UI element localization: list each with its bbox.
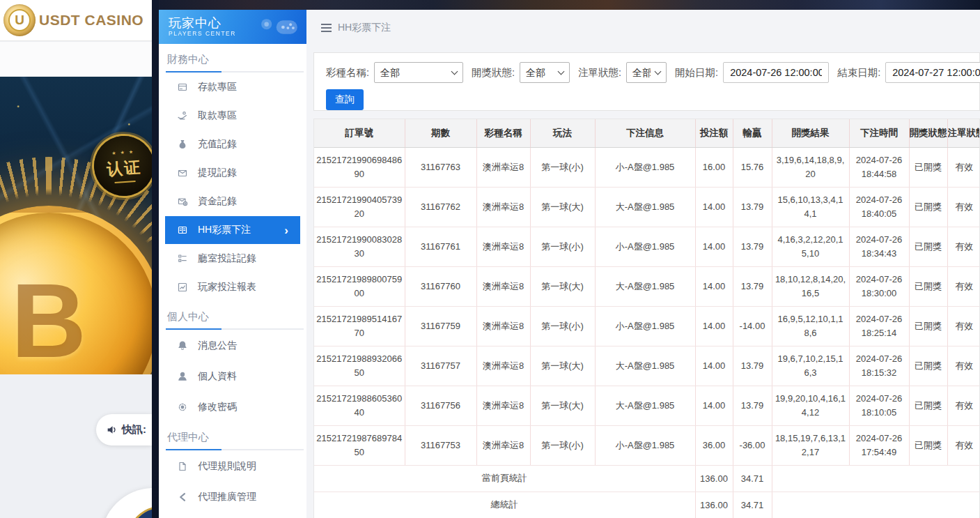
sidebar-item-取款專區[interactable]: 取款專區	[159, 102, 306, 130]
gear-icon	[177, 402, 188, 413]
left-gap-strip	[152, 0, 159, 518]
cell-下注時間: 2024-07-26 18:25:14	[849, 306, 909, 346]
table-body: 215217219906984869031167763澳洲幸运8第一球(小)小-…	[314, 147, 980, 465]
column-header-下注信息: 下注信息	[595, 119, 695, 147]
top-banner	[152, 0, 980, 10]
lottery-name-select[interactable]: 全部	[374, 62, 463, 83]
table-row: 215217219904057392031167762澳洲幸运8第一球(大)大-…	[314, 187, 980, 227]
cell-輸贏: 15.76	[733, 147, 772, 187]
summary-bet-total: 136.00	[695, 465, 733, 492]
table-row: 215217219876897845031167753澳洲幸运8第一球(小)小-…	[314, 425, 980, 465]
cell-開獎結果: 16,9,5,12,10,1,18,6	[772, 306, 849, 346]
cell-注單狀態: 有效	[947, 227, 980, 266]
table-row: 215217219898007590031167760澳洲幸运8第一球(大)大-…	[314, 266, 980, 306]
draw-status-label: 開獎狀態:	[472, 66, 515, 79]
cell-下注時間: 2024-07-26 18:40:05	[849, 187, 909, 227]
start-date-input[interactable]	[723, 62, 829, 83]
section-divider	[166, 328, 304, 330]
sidebar-item-廳室投註記錄[interactable]: 廳室投註記錄	[159, 245, 306, 273]
column-header-注單狀態: 注單狀態	[947, 119, 980, 147]
sidebar-item-修改密碼[interactable]: 修改密碼	[159, 392, 306, 422]
cell-期數: 31167762	[405, 187, 476, 227]
menu-toggle-icon[interactable]	[321, 24, 332, 32]
cell-下注信息: 小-A盤@1.985	[595, 147, 695, 187]
cell-彩種名稱: 澳洲幸运8	[476, 425, 530, 465]
report-icon	[177, 282, 188, 293]
cell-投注額: 14.00	[695, 187, 733, 227]
cell-投注額: 14.00	[695, 227, 733, 266]
sidebar-item-消息公告[interactable]: 消息公告	[159, 330, 306, 360]
cell-開獎結果: 19,6,7,10,2,15,16,3	[772, 346, 849, 386]
bets-table: 訂單號期數彩種名稱玩法下注信息投注額輸贏開獎結果下注時間開獎狀態注單狀態 215…	[314, 119, 980, 518]
end-date-input[interactable]	[885, 62, 980, 83]
cell-玩法: 第一球(小)	[530, 227, 595, 266]
cell-玩法: 第一球(大)	[530, 187, 595, 227]
sidebar-item-label: 資金記錄	[198, 195, 237, 208]
summary-label: 總統計	[314, 492, 695, 518]
cell-玩法: 第一球(大)	[530, 386, 595, 425]
cell-投注額: 36.00	[695, 425, 733, 465]
cell-開獎狀態: 已開獎	[909, 306, 947, 346]
cell-下注信息: 小-A盤@1.985	[595, 425, 695, 465]
column-header-下注時間: 下注時間	[849, 119, 909, 147]
cell-開獎結果: 18,10,12,8,14,20,16,5	[772, 266, 849, 306]
cell-投注額: 14.00	[695, 306, 733, 346]
sidebar-item-label: 個人資料	[198, 370, 237, 383]
cell-期數: 31167757	[405, 346, 476, 386]
cell-玩法: 第一球(小)	[530, 147, 595, 187]
sidebar-item-label: 提現記錄	[198, 167, 237, 179]
bets-table-card: 訂單號期數彩種名稱玩法下注信息投注額輸贏開獎結果下注時間開獎狀態注單狀態 215…	[313, 119, 980, 518]
sidebar-item-代理規則說明[interactable]: 代理規則說明	[159, 451, 306, 481]
table-row: 215217219889320665031167757澳洲幸运8第一球(大)大-…	[314, 346, 980, 386]
badge-underline	[115, 180, 136, 183]
cell-注單狀態: 有效	[947, 346, 980, 386]
table-row: 215217219906984869031167763澳洲幸运8第一球(小)小-…	[314, 147, 980, 187]
sidebar-item-HH彩票下注[interactable]: HH彩票下注›	[165, 216, 300, 244]
service-float-button[interactable]	[101, 488, 152, 518]
order-status-select[interactable]: 全部	[626, 62, 667, 83]
gamepad-icon	[259, 17, 300, 37]
summary-row: 當前頁統計136.0034.71	[314, 465, 980, 492]
sidebar-item-存款專區[interactable]: 存款專區	[159, 73, 306, 101]
summary-row: 總統計136.0034.71	[314, 492, 980, 518]
cell-下注時間: 2024-07-26 18:15:32	[849, 346, 909, 386]
cell-彩種名稱: 澳洲幸运8	[476, 346, 530, 386]
cell-開獎結果: 4,16,3,2,12,20,15,10	[772, 227, 849, 266]
start-date-label: 開始日期:	[675, 66, 718, 79]
cell-開獎狀態: 已開獎	[909, 346, 947, 386]
cell-投注額: 14.00	[695, 266, 733, 306]
cell-訂單號: 2152172199069848690	[314, 147, 405, 187]
sidebar-item-label: 代理規則說明	[198, 460, 256, 473]
speaker-icon	[106, 424, 118, 436]
service-logo-icon	[127, 506, 152, 518]
summary-winloss-total: 34.71	[733, 465, 772, 492]
cell-訂單號: 2152172198860536040	[314, 386, 405, 425]
search-button[interactable]: 查詢	[326, 89, 364, 110]
column-header-玩法: 玩法	[530, 119, 595, 147]
cell-期數: 31167756	[405, 386, 476, 425]
column-header-訂單號: 訂單號	[314, 119, 405, 147]
sidebar: 玩家中心 PLAYERS CENTER 財務中心存款專區取款專區充值記錄提現記錄…	[159, 10, 306, 518]
draw-status-select[interactable]: 全部	[520, 62, 570, 83]
cell-輸贏: 13.79	[733, 346, 772, 386]
cell-下注時間: 2024-07-26 18:44:58	[849, 147, 909, 187]
sidebar-item-玩家投注報表[interactable]: 玩家投注報表	[159, 273, 306, 301]
news-ticker[interactable]: 快訊:	[96, 414, 152, 445]
brand-logo[interactable]: U USDT CASINO	[0, 0, 152, 41]
sidebar-item-個人資料[interactable]: 個人資料	[159, 361, 306, 391]
sidebar-item-充值記錄[interactable]: 充值記錄	[159, 130, 306, 158]
sidebar-item-label: 存款專區	[198, 81, 237, 93]
sidebar-item-代理推廣管理[interactable]: 代理推廣管理	[159, 482, 306, 512]
filter-panel: 彩種名稱: 全部 開獎狀態: 全部 注單狀態: 全部 開始日期: 結束日期: 查…	[313, 52, 980, 111]
cell-開獎結果: 15,6,10,13,3,4,14,1	[772, 187, 849, 227]
table-header: 訂單號期數彩種名稱玩法下注信息投注額輸贏開獎結果下注時間開獎狀態注單狀態	[314, 119, 980, 147]
chevron-right-icon: ›	[284, 224, 288, 236]
cell-下注信息: 小-A盤@1.985	[595, 306, 695, 346]
sidebar-item-提現記錄[interactable]: 提現記錄	[159, 159, 306, 187]
sidebar-item-資金記錄[interactable]: 資金記錄	[159, 188, 306, 215]
cell-訂單號: 2152172198951416770	[314, 306, 405, 346]
cell-下注時間: 2024-07-26 18:34:43	[849, 227, 909, 266]
cell-輸贏: 13.79	[733, 187, 772, 227]
section-title-2: 代理中心	[167, 431, 298, 449]
sidebar-item-label: 玩家投注報表	[198, 281, 256, 294]
